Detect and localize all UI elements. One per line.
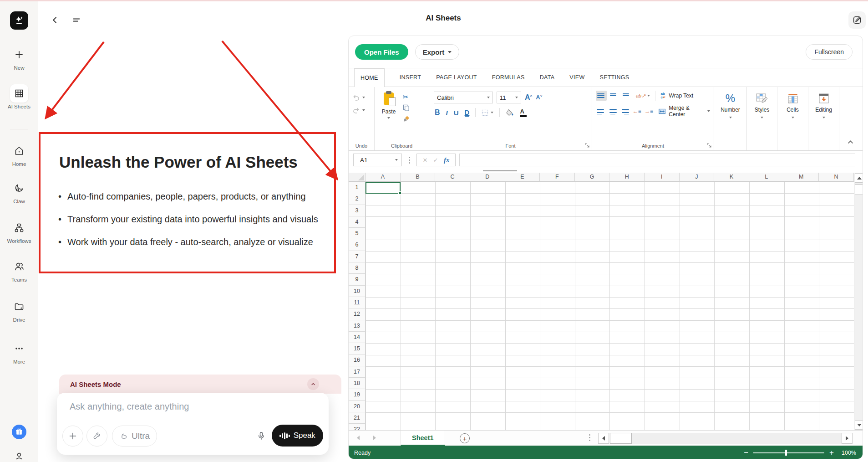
row-header[interactable]: 19 bbox=[349, 389, 365, 400]
horizontal-scrollbar[interactable] bbox=[598, 433, 853, 444]
ribbon-tab-view[interactable]: VIEW bbox=[569, 68, 584, 87]
font-dialog-launcher-icon[interactable] bbox=[585, 143, 589, 148]
collapse-ribbon-button[interactable] bbox=[848, 140, 853, 144]
sidebar-item-more[interactable]: More bbox=[0, 339, 38, 364]
row-header[interactable]: 5 bbox=[349, 228, 365, 239]
row-header[interactable]: 6 bbox=[349, 239, 365, 251]
fullscreen-button[interactable]: Fullscreen bbox=[806, 44, 853, 60]
scroll-right-button[interactable] bbox=[842, 433, 853, 444]
ultra-model-button[interactable]: Ultra bbox=[112, 426, 157, 447]
zoom-out-button[interactable]: − bbox=[744, 449, 748, 457]
export-button[interactable]: Export bbox=[415, 44, 460, 60]
row-header[interactable]: 7 bbox=[349, 251, 365, 262]
prev-sheet-button[interactable] bbox=[357, 436, 360, 440]
editing-button[interactable]: Editing bbox=[808, 87, 839, 150]
copy-button[interactable] bbox=[403, 104, 410, 111]
borders-button[interactable] bbox=[482, 109, 493, 116]
cut-button[interactable]: ✂ bbox=[403, 93, 410, 100]
column-header[interactable]: L bbox=[749, 173, 784, 182]
sheet-grid[interactable] bbox=[365, 182, 854, 430]
sidebar-item-ai-sheets[interactable]: AI Sheets bbox=[0, 84, 38, 109]
zoom-slider[interactable] bbox=[753, 452, 824, 453]
row-header[interactable]: 20 bbox=[349, 401, 365, 412]
formula-bar-options-icon[interactable] bbox=[408, 157, 410, 164]
double-underline-button[interactable]: D bbox=[465, 108, 470, 117]
increase-font-button[interactable]: A˄ bbox=[525, 93, 532, 102]
sidebar-item-new[interactable]: New bbox=[0, 46, 38, 71]
align-top-button[interactable] bbox=[596, 91, 607, 101]
formula-input[interactable] bbox=[459, 154, 855, 166]
row-header[interactable]: 16 bbox=[349, 354, 365, 366]
merge-center-button[interactable]: Merge & Center bbox=[659, 105, 710, 118]
row-header[interactable]: 2 bbox=[349, 193, 365, 205]
column-header[interactable]: H bbox=[609, 173, 645, 182]
align-left-button[interactable] bbox=[596, 106, 606, 116]
row-header[interactable]: 11 bbox=[349, 297, 365, 308]
decrease-font-button[interactable]: A˅ bbox=[536, 94, 542, 101]
insert-function-button[interactable]: fx bbox=[444, 156, 450, 164]
underline-button[interactable]: U bbox=[454, 109, 459, 117]
collapse-button[interactable] bbox=[307, 378, 319, 390]
column-header[interactable]: K bbox=[714, 173, 749, 182]
app-logo[interactable] bbox=[10, 11, 28, 30]
ribbon-tab-insert[interactable]: INSERT bbox=[400, 68, 421, 87]
sheet-tab-sheet1[interactable]: Sheet1 bbox=[401, 431, 445, 446]
chat-input[interactable]: Ask anything, create anything bbox=[70, 401, 189, 412]
cancel-entry-button[interactable]: ✕ bbox=[422, 157, 427, 164]
scroll-up-button[interactable] bbox=[855, 173, 863, 183]
vertical-scrollbar[interactable] bbox=[854, 173, 863, 430]
add-sheet-button[interactable]: + bbox=[460, 433, 470, 443]
horizontal-scroll-thumb[interactable] bbox=[610, 433, 632, 444]
column-header[interactable]: I bbox=[645, 173, 680, 182]
format-painter-button[interactable] bbox=[403, 115, 410, 122]
ribbon-tab-home[interactable]: HOME bbox=[354, 68, 385, 87]
styles-button[interactable]: Styles bbox=[747, 87, 777, 150]
column-header[interactable]: E bbox=[505, 173, 540, 182]
row-header[interactable]: 1 bbox=[349, 182, 365, 193]
row-header[interactable]: 12 bbox=[349, 308, 365, 320]
tools-button[interactable] bbox=[86, 426, 107, 447]
row-header[interactable]: 3 bbox=[349, 205, 365, 216]
cells-button[interactable]: Cells bbox=[777, 87, 808, 150]
open-files-button[interactable]: Open Files bbox=[355, 44, 408, 60]
confirm-entry-button[interactable]: ✓ bbox=[433, 157, 438, 164]
compose-button[interactable] bbox=[848, 11, 866, 29]
tab-bar-options-icon[interactable] bbox=[589, 434, 590, 441]
font-size-select[interactable]: 11 bbox=[497, 92, 521, 103]
ribbon-tab-page-layout[interactable]: PAGE LAYOUT bbox=[436, 68, 477, 87]
font-name-select[interactable]: Calibri bbox=[434, 92, 493, 103]
sidebar-item-home[interactable]: Home bbox=[0, 142, 38, 167]
column-header[interactable]: A bbox=[365, 173, 401, 182]
zoom-in-button[interactable]: + bbox=[829, 449, 834, 457]
row-header[interactable]: 22 bbox=[349, 424, 365, 430]
alignment-dialog-launcher-icon[interactable] bbox=[707, 143, 711, 148]
row-header[interactable]: 10 bbox=[349, 286, 365, 297]
column-header[interactable]: M bbox=[784, 173, 819, 182]
column-header[interactable]: G bbox=[575, 173, 610, 182]
formula-grid-splitter[interactable] bbox=[349, 169, 863, 173]
row-header[interactable]: 18 bbox=[349, 378, 365, 389]
sidebar-item-claw[interactable]: Claw bbox=[0, 179, 38, 204]
row-header[interactable]: 8 bbox=[349, 262, 365, 274]
sidebar-item-account[interactable] bbox=[0, 447, 38, 462]
italic-button[interactable]: I bbox=[446, 109, 448, 117]
attach-button[interactable] bbox=[62, 426, 83, 447]
ribbon-tab-settings[interactable]: SETTINGS bbox=[600, 68, 629, 87]
column-header[interactable]: B bbox=[401, 173, 436, 182]
row-header[interactable]: 4 bbox=[349, 216, 365, 228]
column-header[interactable]: F bbox=[540, 173, 575, 182]
speak-button[interactable]: Speak bbox=[272, 425, 323, 447]
column-header[interactable]: N bbox=[819, 173, 854, 182]
paste-button[interactable]: Paste bbox=[375, 92, 403, 122]
align-center-button[interactable] bbox=[608, 106, 618, 116]
align-bottom-button[interactable] bbox=[621, 91, 632, 101]
row-header[interactable]: 15 bbox=[349, 343, 365, 354]
scroll-down-button[interactable] bbox=[855, 420, 863, 430]
row-header[interactable]: 13 bbox=[349, 320, 365, 332]
select-all-corner[interactable] bbox=[349, 173, 365, 182]
ai-sheets-mode-header[interactable]: AI Sheets Mode bbox=[59, 375, 341, 394]
fill-handle[interactable] bbox=[398, 191, 401, 195]
number-button[interactable]: % Number bbox=[714, 87, 746, 150]
gift-button[interactable] bbox=[12, 425, 26, 439]
font-color-button[interactable]: A bbox=[520, 108, 527, 117]
